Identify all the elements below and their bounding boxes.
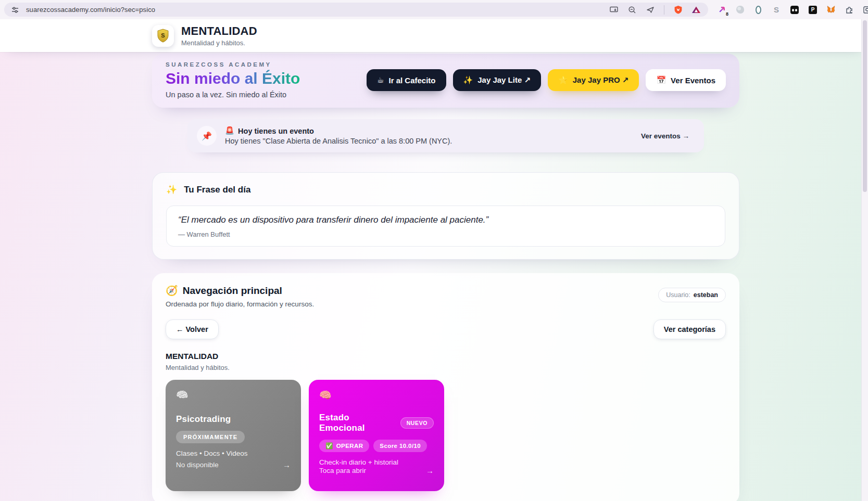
- course-footer-text: Toca para abrir: [319, 467, 366, 474]
- user-badge: Usuario: esteban: [658, 288, 726, 302]
- event-title: Hoy tienes un evento: [238, 127, 314, 135]
- calendar-icon: 📅: [656, 75, 666, 85]
- search-tab-icon[interactable]: [862, 5, 868, 15]
- back-button[interactable]: ← Volver: [166, 319, 219, 339]
- new-badge: NUEVO: [400, 417, 434, 429]
- ghost-extension-icon[interactable]: [735, 5, 745, 15]
- gradient-arrow-extension-icon[interactable]: 8: [716, 5, 727, 15]
- academy-eyebrow: SUAREZCOSS ACADEMY: [166, 61, 300, 68]
- url-text: suarezcossacademy.com/inicio?sec=psico: [26, 6, 155, 14]
- user-name: esteban: [694, 291, 718, 299]
- category-title: MENTALIDAD: [166, 352, 726, 361]
- quote-box: “El mercado es un dispositivo para trans…: [166, 205, 725, 247]
- pushpin-icon: 📌: [197, 126, 217, 146]
- sparkles-icon: ✨: [463, 75, 473, 85]
- estado-emocional-card[interactable]: 🧠 Estado Emocional NUEVO ✅ OPERAR Score …: [309, 380, 444, 491]
- course-meta: Check-in diario + historial: [319, 458, 434, 466]
- course-title: Psicotrading: [176, 414, 231, 425]
- event-banner: 📌 🚨 Hoy tienes un evento Hoy tienes "Cla…: [187, 119, 704, 152]
- brain-icon: 🧠: [319, 390, 434, 400]
- operar-badge: ✅ OPERAR: [319, 440, 369, 452]
- brave-rewards-icon[interactable]: [691, 5, 701, 15]
- brain-icon: 🧠: [176, 390, 291, 402]
- scrollbar-thumb[interactable]: [863, 20, 867, 192]
- address-bar[interactable]: suarezcossacademy.com/inicio?sec=psico: [4, 3, 708, 17]
- jay-jay-lite-button-label: Jay Jay Lite ↗: [477, 75, 531, 85]
- event-body: Hoy tienes "Clase Abierta de Analisis Te…: [225, 137, 452, 145]
- ver-eventos-button[interactable]: 📅 Ver Eventos: [646, 69, 726, 91]
- hero-card: SUAREZCOSS ACADEMY Sin miedo al Éxito Un…: [152, 54, 739, 108]
- puzzle-extensions-icon[interactable]: [844, 5, 854, 15]
- extension-badge-count: 8: [726, 11, 728, 17]
- sparkles-icon: ✨: [166, 184, 177, 195]
- psicotrading-card[interactable]: 🧠 Psicotrading PRÓXIMAMENTE Clases • Doc…: [166, 380, 301, 491]
- send-icon[interactable]: [646, 5, 655, 15]
- s-extension-icon[interactable]: S: [771, 5, 782, 15]
- send-to-device-icon[interactable]: [609, 5, 619, 15]
- arrow-right-icon: →: [426, 466, 434, 475]
- jay-jay-pro-button-label: Jay Jay PRO ↗: [573, 75, 629, 85]
- tune-icon[interactable]: [10, 5, 20, 15]
- metamask-extension-icon[interactable]: [826, 5, 836, 15]
- alert-icon: 🚨: [225, 126, 234, 135]
- coffee-icon: ☕: [377, 75, 384, 85]
- p-extension-icon[interactable]: P: [808, 5, 818, 15]
- academy-shield-logo-icon: S: [152, 25, 174, 47]
- quote-heading: Tu Frase del día: [184, 185, 250, 195]
- compass-icon: 🧭: [166, 285, 178, 297]
- svg-text:S: S: [161, 32, 165, 38]
- ver-eventos-button-label: Ver Eventos: [671, 76, 715, 85]
- hero-subtitle: Un paso a la vez. Sin miedo al Éxito: [166, 91, 300, 99]
- site-header: S MENTALIDAD Mentalidad y hábitos.: [0, 19, 868, 52]
- jay-jay-pro-button[interactable]: ⭐ Jay Jay PRO ↗: [548, 69, 639, 91]
- quote-text: “El mercado es un dispositivo para trans…: [178, 215, 713, 225]
- browser-window: suarezcossacademy.com/inicio?sec=psico: [0, 0, 868, 501]
- extensions-row: 8 S P: [716, 5, 868, 15]
- hero-title: Sin miedo al Éxito: [166, 70, 300, 87]
- operar-badge-label: OPERAR: [336, 443, 363, 449]
- check-icon: ✅: [325, 442, 333, 449]
- quote-author: — Warren Buffett: [178, 230, 713, 238]
- nav-subheading: Ordenada por flujo diario, formación y r…: [166, 300, 314, 308]
- arrow-right-icon: →: [283, 460, 291, 469]
- jay-jay-lite-button[interactable]: ✨ Jay Jay Lite ↗: [453, 69, 542, 91]
- eyes-extension-icon[interactable]: [789, 5, 800, 15]
- quote-card: ✨ Tu Frase del día “El mercado es un dis…: [152, 172, 739, 260]
- categories-button[interactable]: Ver categorías: [653, 319, 726, 339]
- oval-extension-icon[interactable]: [753, 5, 763, 15]
- hero-buttons: ☕ Ir al Cafecito ✨ Jay Jay Lite ↗ ⭐ Jay …: [367, 69, 726, 91]
- page-content: SUAREZCOSS ACADEMY Sin miedo al Éxito Un…: [152, 54, 739, 501]
- status-badge: PRÓXIMAMENTE: [176, 431, 245, 443]
- page-title: MENTALIDAD: [181, 24, 257, 38]
- user-label: Usuario:: [666, 291, 690, 299]
- zoom-out-icon[interactable]: [627, 5, 637, 15]
- star-icon: ⭐: [558, 75, 568, 85]
- cafecito-button-label: Ir al Cafecito: [388, 76, 435, 85]
- category-subtitle: Mentalidad y hábitos.: [166, 364, 726, 371]
- score-badge: Score 10.0/10: [373, 440, 427, 452]
- course-cards: 🧠 Psicotrading PRÓXIMAMENTE Clases • Doc…: [166, 380, 726, 491]
- page-subtitle: Mentalidad y hábitos.: [181, 39, 257, 47]
- scrollbar[interactable]: [861, 19, 868, 501]
- navigation-card: 🧭 Navegación principal Ordenada por fluj…: [152, 273, 739, 501]
- nav-heading: Navegación principal: [183, 285, 282, 297]
- see-events-link[interactable]: Ver eventos →: [641, 132, 689, 140]
- course-title: Estado Emocional: [319, 413, 395, 433]
- browser-toolbar: suarezcossacademy.com/inicio?sec=psico: [0, 0, 868, 19]
- toolbar-divider: [664, 5, 664, 15]
- cafecito-button[interactable]: ☕ Ir al Cafecito: [367, 69, 446, 91]
- course-footer-text: No disponible: [176, 461, 219, 469]
- course-meta: Clases • Docs • Videos: [176, 449, 291, 457]
- brave-shield-icon[interactable]: [673, 5, 683, 15]
